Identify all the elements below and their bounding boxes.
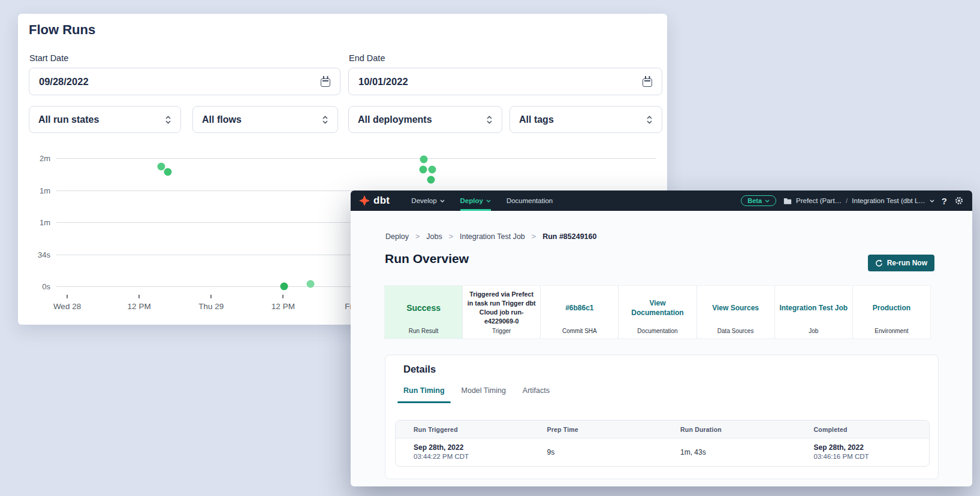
chevron-updown-icon — [322, 115, 328, 125]
help-icon[interactable]: ? — [942, 196, 947, 206]
documentation-card: View Documentation Documentation — [619, 286, 696, 338]
dbt-navbar: dbt Develop Deploy Documentation Beta Pr… — [351, 190, 972, 211]
x-axis-tick-label: 12 PM — [128, 302, 151, 311]
prep-time-cell: 9s — [529, 448, 663, 456]
job-link[interactable]: Integration Test Job — [779, 303, 848, 313]
view-documentation-link[interactable]: View Documentation — [622, 298, 692, 317]
flow-run-point[interactable] — [419, 166, 427, 174]
trigger-value: Triggered via Prefect in task run Trigge… — [466, 290, 536, 326]
run-states-select[interactable]: All run states — [29, 106, 181, 133]
run-result-value: Success — [406, 303, 441, 314]
dbt-logo-icon — [359, 195, 370, 206]
end-date-input[interactable]: 10/01/2022 — [348, 68, 662, 95]
breadcrumb-separator: > — [449, 232, 453, 241]
x-axis-tick-label: Thu 29 — [198, 302, 224, 311]
beta-toggle[interactable]: Beta — [741, 195, 776, 206]
gridline — [56, 158, 656, 159]
folder-icon — [783, 197, 792, 204]
path-separator: / — [846, 197, 848, 204]
nav-item-documentation[interactable]: Documentation — [506, 190, 553, 211]
data-sources-card: View Sources Data Sources — [697, 286, 775, 338]
y-axis-tick-label: 2m — [23, 154, 50, 163]
x-axis-tick-label: 12 PM — [272, 302, 295, 311]
y-axis-tick-label: 34s — [23, 250, 50, 259]
card-label: Commit SHA — [541, 328, 618, 334]
chevron-down-icon — [930, 199, 934, 202]
calendar-icon[interactable] — [321, 78, 330, 87]
flow-run-point[interactable] — [281, 283, 288, 291]
card-label: Run Result — [385, 328, 462, 334]
flows-select[interactable]: All flows — [192, 106, 338, 133]
x-axis-tick — [282, 295, 284, 298]
chevron-down-icon — [486, 199, 491, 202]
completed-cell: Sep 28th, 2022 03:46:16 PM CDT — [796, 443, 930, 462]
chevron-down-icon — [440, 199, 445, 202]
col-run-duration: Run Duration — [662, 426, 796, 433]
deployments-select[interactable]: All deployments — [348, 106, 502, 133]
nav-item-deploy[interactable]: Deploy — [460, 190, 491, 211]
dbt-logo[interactable]: dbt — [359, 195, 390, 207]
col-prep-time: Prep Time — [529, 426, 663, 433]
run-summary-cards: Success Run Result Triggered via Prefect… — [384, 285, 931, 339]
card-label: Environment — [853, 328, 930, 334]
card-label: Job — [775, 328, 852, 334]
flow-run-point[interactable] — [307, 280, 315, 288]
commit-sha-link[interactable]: #6b86c1 — [565, 303, 593, 313]
chevron-updown-icon — [165, 115, 171, 125]
calendar-icon[interactable] — [643, 78, 652, 87]
project-name: Prefect (Part… — [796, 197, 842, 204]
flow-run-point[interactable] — [164, 168, 172, 176]
environment-link[interactable]: Production — [873, 303, 910, 313]
start-date-label: Start Date — [29, 53, 68, 63]
job-card: Integration Test Job Job — [775, 286, 853, 338]
flows-value: All flows — [202, 114, 242, 125]
x-axis-tick — [138, 295, 140, 298]
breadcrumb-separator: > — [532, 232, 536, 241]
start-date-value: 09/28/2022 — [39, 76, 89, 87]
breadcrumb-job-name[interactable]: Integration Test Job — [460, 232, 525, 241]
flow-run-point[interactable] — [428, 166, 436, 174]
breadcrumb-deploy[interactable]: Deploy — [385, 232, 409, 241]
deployments-value: All deployments — [358, 114, 432, 125]
tab-artifacts[interactable]: Artifacts — [523, 386, 550, 403]
gear-icon[interactable] — [954, 196, 964, 205]
nav-item-develop[interactable]: Develop — [411, 190, 444, 211]
environment-card: Production Environment — [853, 286, 930, 338]
tab-run-timing[interactable]: Run Timing — [403, 386, 445, 403]
flow-run-point[interactable] — [427, 176, 435, 183]
tab-model-timing[interactable]: Model Timing — [462, 386, 506, 403]
navbar-right-group: Beta Prefect (Part… / Integration Test (… — [741, 195, 964, 206]
chevron-updown-icon — [486, 115, 493, 125]
x-axis-tick-label: Wed 28 — [53, 302, 81, 311]
x-axis-tick — [210, 295, 212, 298]
breadcrumb-jobs[interactable]: Jobs — [426, 232, 442, 241]
end-date-value: 10/01/2022 — [358, 76, 408, 87]
col-completed: Completed — [796, 426, 930, 433]
run-triggered-cell: Sep 28th, 2022 03:44:22 PM CDT — [396, 443, 529, 462]
table-header-row: Run Triggered Prep Time Run Duration Com… — [396, 421, 929, 438]
card-label: Data Sources — [697, 328, 774, 334]
dbt-cloud-window: dbt Develop Deploy Documentation Beta Pr… — [351, 190, 972, 486]
card-label: Trigger — [463, 328, 540, 334]
dbt-brand-text: dbt — [373, 195, 390, 207]
details-title: Details — [403, 364, 436, 375]
account-project-switcher[interactable]: Prefect (Part… / Integration Test (dbt L… — [783, 197, 934, 204]
rerun-now-button[interactable]: Re-run Now — [868, 255, 934, 271]
trigger-card: Triggered via Prefect in task run Trigge… — [463, 286, 541, 338]
y-axis-tick-label: 1m — [23, 186, 50, 195]
breadcrumb-separator: > — [415, 232, 420, 241]
y-axis-tick-label: 1m — [23, 218, 50, 227]
start-date-input[interactable]: 09/28/2022 — [29, 68, 340, 95]
col-run-triggered: Run Triggered — [396, 426, 529, 433]
run-overview-title: Run Overview — [385, 252, 469, 266]
flow-run-point[interactable] — [420, 155, 427, 163]
run-duration-cell: 1m, 43s — [662, 448, 796, 456]
view-sources-link[interactable]: View Sources — [712, 303, 759, 313]
breadcrumb: Deploy > Jobs > Integration Test Job > R… — [385, 232, 596, 241]
chevron-updown-icon — [646, 115, 653, 125]
flow-runs-title: Flow Runs — [29, 22, 95, 38]
run-timing-table: Run Triggered Prep Time Run Duration Com… — [395, 420, 930, 467]
chevron-down-icon — [765, 199, 770, 202]
tags-value: All tags — [519, 114, 554, 125]
tags-select[interactable]: All tags — [509, 106, 662, 133]
